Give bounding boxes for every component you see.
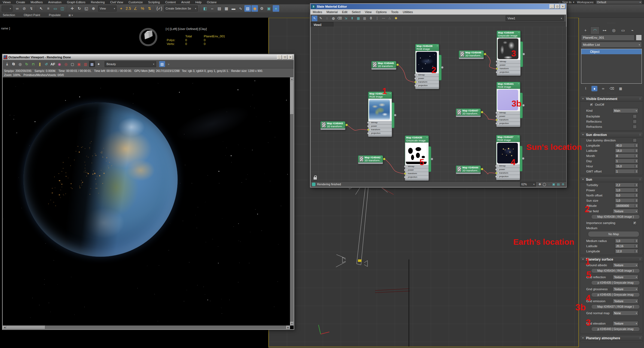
node-slot-bitmap[interactable]: bitmap: [405, 165, 429, 168]
node-slot-projection[interactable]: projection: [496, 122, 520, 125]
spinner-sun-size[interactable]: 1,0▴▾: [615, 198, 638, 203]
rollout-header-planetary-surface[interactable]: ▼Planetary surface⠿: [580, 257, 643, 262]
slot-socket[interactable]: [496, 122, 498, 125]
material-node-map-245435[interactable]: Map #245435Greyscale image−bitmappowertr…: [405, 135, 429, 181]
slot-socket[interactable]: [367, 122, 369, 124]
node-slot-bitmap[interactable]: bitmap: [368, 121, 392, 125]
node-output-socket[interactable]: [481, 168, 483, 170]
node-slot-projection[interactable]: projection: [497, 71, 521, 74]
autofocus-icon[interactable]: AF: [50, 61, 56, 67]
zoom-icon[interactable]: ◯: [542, 182, 547, 186]
slate-menu-select[interactable]: Select: [350, 10, 363, 14]
node-slot-transform[interactable]: transform: [405, 172, 429, 175]
menu-animation[interactable]: Animation: [45, 1, 64, 4]
pick-material-icon[interactable]: ✎: [318, 16, 324, 21]
zoom-extents-selected-icon[interactable]: ▤: [556, 182, 561, 186]
view-selector-dropdown[interactable]: View1 ▾: [506, 16, 564, 21]
render-production-icon[interactable]: ●: [273, 5, 279, 12]
maximize-button[interactable]: □: [555, 4, 560, 9]
slot-socket[interactable]: [404, 165, 406, 168]
motion-tab-icon[interactable]: ◎: [609, 27, 618, 34]
slot-socket[interactable]: [496, 60, 498, 63]
checkbox-importance-sampling[interactable]: [633, 221, 637, 225]
spinner-hour[interactable]: 15,0▴▾: [615, 164, 638, 168]
ribbon-tab-object-paint[interactable]: Object Paint: [21, 13, 46, 17]
node-slot-power[interactable]: power: [368, 125, 392, 128]
show-end-result-icon[interactable]: ∎: [591, 86, 597, 91]
subsample-icon[interactable]: ▫: [166, 61, 172, 67]
material-node-map-245446[interactable]: Map #2454462D transform...: [459, 50, 484, 59]
spinner-arrows-icon[interactable]: ▴▾: [635, 184, 638, 186]
delete-selected-icon[interactable]: ⌫: [337, 16, 342, 21]
node-header[interactable]: Map #2454432D transform...: [320, 121, 345, 128]
slot-socket[interactable]: [495, 172, 497, 174]
spinner-longitude[interactable]: 40,0▴▾: [615, 143, 638, 148]
spinner-altitude[interactable]: 16000000▴▾: [615, 203, 638, 208]
spinner-value[interactable]: 2,2: [615, 183, 635, 187]
material-node-map-245434[interactable]: Map #245434RGB image−bitmappowertransfor…: [368, 92, 392, 137]
curve-editor-icon[interactable]: ∿: [237, 5, 244, 12]
scrollbar-thumb[interactable]: [7, 326, 45, 329]
node-collapse-icon[interactable]: −: [518, 31, 520, 34]
lock-icon[interactable]: [314, 177, 317, 180]
modifier-list-dropdown[interactable]: Modifier List ▾: [581, 42, 642, 48]
slate-menu-modes[interactable]: Modes: [311, 10, 324, 14]
node-slot-projection[interactable]: projection: [496, 175, 520, 178]
node-slot-power[interactable]: power: [415, 77, 439, 80]
render-region-icon[interactable]: ▢: [69, 61, 75, 67]
map-button-no-map[interactable]: No Map: [588, 231, 639, 237]
rollout-header-sun[interactable]: ▼Sun⠿: [580, 177, 643, 182]
menu-content[interactable]: Content: [163, 1, 179, 4]
map-button-map-245437[interactable]: Map #245437 ( RGB image ): [591, 304, 640, 309]
copy-to-clipboard-icon[interactable]: ⧉: [11, 61, 17, 67]
select-tool-pan-icon[interactable]: ✱: [393, 16, 399, 21]
spinner-arrows-icon[interactable]: ▴▾: [635, 170, 638, 173]
checkbox-use-dummy-direction[interactable]: [633, 138, 637, 142]
node-slot-bitmap[interactable]: bitmap: [496, 164, 520, 168]
node-header[interactable]: Map #2454442D transform...: [456, 165, 481, 173]
spinner-value[interactable]: 16000000: [615, 204, 635, 207]
bind-spacewarp-icon[interactable]: ↯: [28, 5, 35, 12]
spinner-value[interactable]: 1,0: [615, 239, 635, 243]
spinner-value[interactable]: 20,16: [615, 244, 635, 248]
octane-render-view[interactable]: ▲ ▼ ◀ ▶: [3, 77, 294, 329]
slate-menu-view[interactable]: View: [363, 10, 374, 14]
node-header[interactable]: Map #2454452D transform...: [371, 61, 396, 68]
node-header[interactable]: Map #2454422D transform...: [358, 155, 383, 162]
node-output-socket[interactable]: [522, 104, 525, 107]
post-processing-icon[interactable]: ✦: [96, 61, 102, 67]
spinner-arrows-icon[interactable]: ▴▾: [635, 149, 638, 152]
spinner-value[interactable]: 1,0: [615, 199, 635, 202]
map-button-map-245438[interactable]: Map #245438 ( RGB image ): [591, 214, 640, 219]
tab-view1[interactable]: View1: [311, 22, 333, 27]
slate-menu-edit[interactable]: Edit: [340, 10, 350, 14]
reference-coordinate-dropdown[interactable]: View▾: [98, 5, 117, 11]
slot-socket[interactable]: [367, 129, 369, 131]
checkbox-refractions[interactable]: [633, 125, 637, 129]
close-button[interactable]: ✕: [560, 4, 565, 9]
workspaces-dropdown[interactable]: Default ▾: [596, 0, 642, 4]
dropdown-star-field[interactable]: Texture▾: [613, 209, 638, 214]
object-color-swatch[interactable]: [636, 35, 642, 41]
rectangular-selection-icon[interactable]: ▭: [52, 5, 59, 12]
slate-menu-utilities[interactable]: Utilities: [400, 10, 415, 14]
scroll-down-icon[interactable]: ▼: [290, 322, 294, 326]
node-collapse-icon[interactable]: −: [390, 92, 391, 95]
percent-snap-icon[interactable]: %: [139, 5, 146, 12]
select-rotate-icon[interactable]: ↻: [76, 5, 83, 12]
menu-help[interactable]: Help: [193, 1, 204, 4]
spinner-arrows-icon[interactable]: ▴▾: [635, 165, 638, 168]
node-output-socket[interactable]: [383, 158, 385, 160]
slot-socket[interactable]: [496, 119, 498, 121]
spinner-arrows-icon[interactable]: ▴▾: [635, 250, 638, 253]
slot-socket[interactable]: [414, 77, 417, 80]
material-node-map-245447[interactable]: Map #2454472D transform...: [456, 108, 481, 117]
move-children-icon[interactable]: ⇲: [343, 16, 349, 21]
node-slot-projection[interactable]: projection: [415, 84, 439, 87]
configure-modifier-sets-icon[interactable]: ▦: [618, 86, 624, 91]
spinner-turbidity[interactable]: 2,2▴▾: [615, 183, 638, 187]
modify-tab-icon[interactable]: ◠: [590, 26, 600, 34]
checkbox-on-off[interactable]: [590, 103, 593, 107]
pause-render-icon[interactable]: ∥: [37, 61, 43, 67]
node-slot-transform[interactable]: transform: [368, 128, 392, 132]
